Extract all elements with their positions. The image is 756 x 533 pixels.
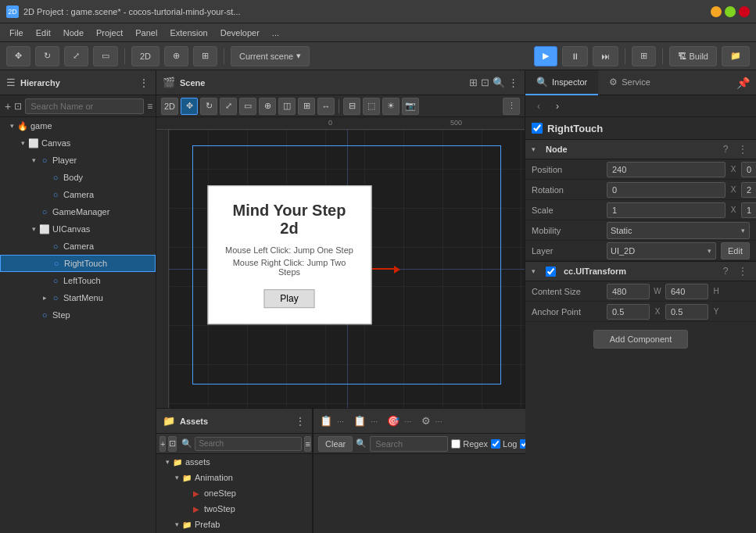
tree-item-gamemanager[interactable]: ▾ ○ GameManager	[0, 203, 156, 220]
assets-search-input[interactable]	[195, 437, 302, 451]
menu-more[interactable]: ...	[266, 27, 285, 39]
content-size-h-field[interactable]	[665, 284, 708, 299]
close-button[interactable]	[739, 6, 750, 17]
tab-service[interactable]: ⚙ Service	[598, 70, 661, 95]
scale-x-field[interactable]	[607, 202, 726, 218]
tree-item-startmenu[interactable]: ▸ ○ StartMenu	[0, 289, 156, 306]
tree-item-player[interactable]: ▾ ○ Player	[0, 152, 156, 169]
uitransform-more-btn[interactable]: ⋮	[736, 264, 750, 278]
scene-2d-btn[interactable]: 2D	[161, 98, 178, 115]
console-clear-btn[interactable]: Clear	[318, 436, 353, 452]
console-regex-check[interactable]	[451, 439, 460, 449]
tree-item-uicanvas[interactable]: ▾ ⬜ UICanvas	[0, 220, 156, 238]
menu-extension[interactable]: Extension	[163, 27, 213, 39]
gizmo-btn[interactable]: ⊕	[164, 46, 188, 66]
console-log-check[interactable]	[491, 439, 500, 449]
scene-move-btn[interactable]: ✥	[181, 98, 198, 115]
uitransform-header[interactable]: ▾ cc.UITransform ? ⋮	[525, 261, 756, 281]
tree-arrow-player[interactable]: ▾	[28, 156, 39, 164]
console-search-input[interactable]	[370, 436, 448, 452]
tree-arrow-game[interactable]: ▾	[6, 122, 17, 130]
scene-zoom-btn[interactable]: 🔍	[493, 77, 505, 88]
console-tab3[interactable]: ···	[404, 417, 411, 426]
rotation-x-field[interactable]	[607, 182, 726, 198]
rotation-y-field[interactable]	[741, 182, 756, 198]
mobility-select[interactable]: Static Stationary Moveable	[607, 222, 750, 239]
asset-item-animation[interactable]: ▾ 📁 Animation	[156, 470, 312, 485]
scene-more-btn[interactable]: ⋮	[508, 77, 518, 88]
tree-item-camera1[interactable]: ▾ ○ Camera	[0, 186, 156, 203]
pause-button[interactable]: ⏸	[562, 46, 588, 66]
comp-enable-check[interactable]	[532, 123, 543, 134]
tree-arrow-body[interactable]: ▾	[39, 173, 50, 181]
add-node-icon[interactable]: +	[5, 100, 11, 113]
hierarchy-menu-btn[interactable]: ⋮	[138, 77, 149, 89]
menu-node[interactable]: Node	[57, 27, 90, 39]
scene-rect-btn[interactable]: ▭	[239, 98, 256, 115]
asset-item-onestep[interactable]: ▾ ▶ oneStep	[156, 485, 312, 501]
minimize-button[interactable]	[711, 6, 722, 17]
uitransform-help-btn[interactable]: ?	[718, 264, 733, 278]
tree-item-lefttouch[interactable]: ▾ ○ LeftTouch	[0, 272, 156, 289]
content-size-w-field[interactable]	[607, 284, 650, 299]
asset-item-prefab[interactable]: ▾ 📁 Prefab	[156, 517, 312, 532]
layer-edit-btn[interactable]: Edit	[721, 242, 750, 259]
anchor-y-field[interactable]	[665, 304, 708, 320]
tree-arrow-uicanvas[interactable]: ▾	[28, 225, 39, 233]
node-section-header[interactable]: ▾ Node ? ⋮	[525, 139, 756, 159]
nav-forward-btn[interactable]: ›	[550, 99, 564, 113]
search-list-icon[interactable]: ≡	[147, 101, 152, 112]
add-component-btn[interactable]: Add Component	[593, 330, 689, 349]
snap-btn[interactable]: ⊞	[193, 46, 217, 66]
position-x-field[interactable]	[607, 162, 726, 177]
transform-rotate-btn[interactable]: ↻	[35, 46, 59, 66]
assets-list-btn[interactable]: ≡	[304, 436, 310, 452]
maximize-button[interactable]	[725, 6, 736, 17]
nav-back-btn[interactable]: ‹	[532, 99, 546, 113]
window-controls[interactable]	[711, 6, 750, 17]
menu-project[interactable]: Project	[90, 27, 129, 39]
anchor-x-field[interactable]	[607, 304, 650, 320]
assets-add-btn[interactable]: +	[159, 436, 166, 452]
asset-item-assets-root[interactable]: ▾ 📁 assets	[156, 454, 312, 470]
game-popup-play-btn[interactable]: Play	[263, 289, 314, 308]
menu-edit[interactable]: Edit	[30, 27, 57, 39]
tree-item-uicamera[interactable]: ▾ ○ Camera	[0, 238, 156, 255]
scene-cam-btn[interactable]: 📷	[402, 98, 419, 115]
layout-button[interactable]: ⊞	[632, 46, 656, 66]
tree-arrow-startmenu[interactable]: ▸	[39, 294, 50, 302]
scene-type-btn[interactable]: 2D	[131, 46, 159, 66]
scale-y-field[interactable]	[741, 202, 756, 218]
play-button[interactable]: ▶	[534, 46, 557, 66]
layer-select[interactable]: UI_2D Default	[607, 242, 716, 259]
scene-light-btn[interactable]: ☀	[382, 98, 399, 115]
console-tab2[interactable]: ···	[371, 417, 378, 426]
console-tab4[interactable]: ···	[435, 417, 442, 426]
assets-menu-btn[interactable]: ⋮	[295, 415, 306, 427]
tree-item-step[interactable]: ▾ ○ Step	[0, 306, 156, 324]
transform-move-btn[interactable]: ✥	[6, 46, 30, 66]
console-tab1[interactable]: ···	[337, 417, 344, 426]
scene-snap-btn[interactable]: ⊡	[481, 77, 489, 88]
node-more-btn[interactable]: ⋮	[736, 142, 750, 156]
menu-developer[interactable]: Developer	[214, 27, 266, 39]
inspector-pin-btn[interactable]: 📌	[730, 77, 756, 89]
menu-panel[interactable]: Panel	[129, 27, 163, 39]
scene-grid-btn[interactable]: ⊞	[469, 77, 478, 88]
scene-frame-btn[interactable]: ⬚	[363, 98, 380, 115]
scene-scale-btn[interactable]: ⤢	[220, 98, 237, 115]
uitransform-enable-check[interactable]	[546, 266, 556, 277]
filter-icon[interactable]: ⊡	[14, 101, 22, 112]
menu-file[interactable]: File	[3, 27, 30, 39]
tree-item-righttouch[interactable]: ▾ ○ RightTouch	[0, 255, 156, 272]
position-y-field[interactable]	[741, 162, 756, 177]
tree-item-canvas[interactable]: ▾ ⬜ Canvas	[0, 134, 156, 152]
transform-rect-btn[interactable]: ▭	[93, 46, 118, 66]
scene-grid2-btn[interactable]: ⊟	[343, 98, 360, 115]
build-button[interactable]: 🏗 Build	[669, 46, 717, 66]
scene-rotate-btn[interactable]: ↻	[200, 98, 217, 115]
scene-selector[interactable]: Current scene ▾	[231, 46, 310, 66]
tab-inspector[interactable]: 🔍 Inspector	[525, 70, 598, 95]
transform-scale-btn[interactable]: ⤢	[64, 46, 88, 66]
publish-button[interactable]: 📁	[722, 46, 750, 66]
